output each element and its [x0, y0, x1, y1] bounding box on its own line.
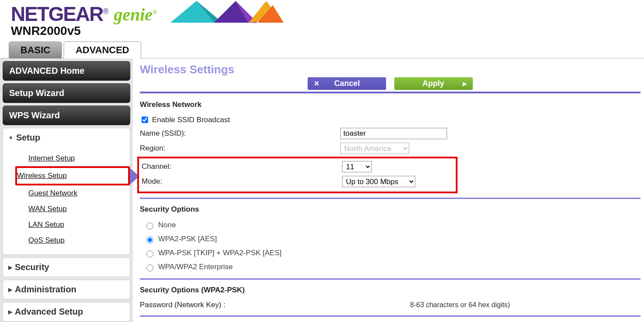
chevron-right-icon: ▶: [8, 264, 12, 271]
cancel-button[interactable]: ✕ Cancel: [308, 77, 386, 90]
sidebar-item-qos-setup[interactable]: QoS Setup: [3, 233, 130, 248]
wireless-network-heading: Wireless Network: [140, 100, 641, 109]
chevron-right-icon: ▶: [8, 309, 12, 315]
cancel-button-label: Cancel: [334, 79, 360, 88]
password-label: Password (Network Key) :: [140, 301, 305, 309]
sidebar-section-security-label: Security: [15, 262, 49, 272]
security-enterprise-radio[interactable]: [146, 264, 153, 271]
mode-select[interactable]: Up to 300 Mbps: [342, 176, 415, 187]
security-wpa2psk-label: WPA2-PSK [AES]: [158, 235, 217, 243]
apply-button-label: Apply: [423, 79, 444, 88]
psk-heading: Security Options (WPA2-PSK): [140, 286, 641, 295]
security-wpapsk-mixed-radio[interactable]: [146, 250, 153, 257]
sidebar-section-setup[interactable]: ▼ Setup: [3, 128, 130, 147]
chevron-down-icon: ▼: [8, 135, 14, 141]
close-icon: ✕: [314, 79, 319, 88]
sidebar-section-advanced-setup-label: Advanced Setup: [15, 307, 83, 317]
chevron-right-icon: ▶: [8, 287, 12, 293]
enable-ssid-label: Enable SSID Broadcast: [152, 116, 230, 124]
divider: [140, 92, 641, 93]
sidebar-section-setup-label: Setup: [16, 133, 41, 143]
sidebar-item-internet-setup[interactable]: Internet Setup: [3, 151, 130, 166]
region-select: North America: [340, 143, 409, 154]
sidebar-setup-wizard[interactable]: Setup Wizard: [3, 83, 130, 103]
sidebar-advanced-home[interactable]: ADVANCED Home: [3, 61, 130, 81]
security-wpa2psk-radio[interactable]: [146, 236, 153, 243]
security-wpapsk-mixed-label: WPA-PSK [TKIP] + WPA2-PSK [AES]: [158, 249, 281, 257]
sidebar-item-wan-setup[interactable]: WAN Setup: [3, 201, 130, 217]
sidebar-item-lan-setup[interactable]: LAN Setup: [3, 217, 130, 233]
password-hint: 8-63 characters or 64 hex digits): [410, 301, 510, 309]
sidebar-item-guest-network[interactable]: Guest Network: [3, 185, 130, 201]
security-none-radio[interactable]: [146, 223, 153, 230]
tab-basic[interactable]: BASIC: [9, 41, 62, 58]
enable-ssid-checkbox[interactable]: [142, 116, 148, 123]
sidebar-wps-wizard[interactable]: WPS Wizard: [3, 106, 130, 125]
highlighted-settings-box: Channel: 11 Mode: Up to 300 Mbps: [137, 157, 458, 193]
sidebar-section-administration[interactable]: ▶ Administration: [3, 280, 130, 299]
sidebar-section-security[interactable]: ▶ Security: [3, 257, 130, 277]
apply-button[interactable]: Apply ▶: [394, 77, 473, 90]
brand-logo: NETGEAR®: [11, 2, 108, 26]
ssid-label: Name (SSID):: [140, 129, 340, 138]
play-icon: ▶: [463, 81, 467, 87]
ssid-input[interactable]: [340, 128, 447, 139]
sidebar-section-advanced-setup[interactable]: ▶ Advanced Setup: [3, 302, 130, 322]
security-none-label: None: [158, 221, 176, 230]
channel-label: Channel:: [142, 162, 342, 171]
divider: [140, 198, 641, 199]
sidebar-item-wireless-setup-label: Wireless Setup: [17, 171, 128, 180]
region-label: Region:: [140, 144, 340, 153]
product-logo: genie®: [114, 4, 157, 25]
decorative-shapes: [170, 1, 284, 24]
model-number: WNR2000v5: [11, 24, 644, 38]
security-options-heading: Security Options: [140, 205, 641, 214]
sidebar: ADVANCED Home Setup Wizard WPS Wizard ▼ …: [0, 58, 133, 322]
sidebar-section-administration-label: Administration: [15, 284, 76, 295]
page-title: Wireless Settings: [140, 63, 641, 76]
tab-advanced[interactable]: ADVANCED: [64, 41, 141, 58]
divider: [140, 278, 641, 280]
mode-label: Mode:: [142, 177, 342, 186]
divider: [140, 315, 641, 317]
sidebar-item-wireless-setup[interactable]: Wireless Setup: [15, 166, 130, 185]
channel-select[interactable]: 11: [342, 161, 372, 172]
security-enterprise-label: WPA/WPA2 Enterprise: [158, 263, 233, 271]
